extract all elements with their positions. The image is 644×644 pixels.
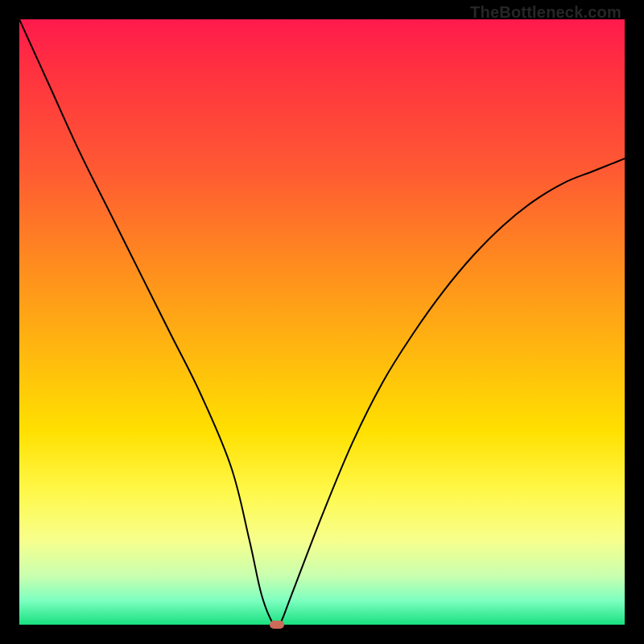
minimum-marker <box>270 621 284 629</box>
chart-frame: TheBottleneck.com <box>0 0 644 644</box>
plot-area <box>19 19 625 625</box>
bottleneck-curve-path <box>19 19 625 625</box>
curve-svg <box>19 19 625 625</box>
